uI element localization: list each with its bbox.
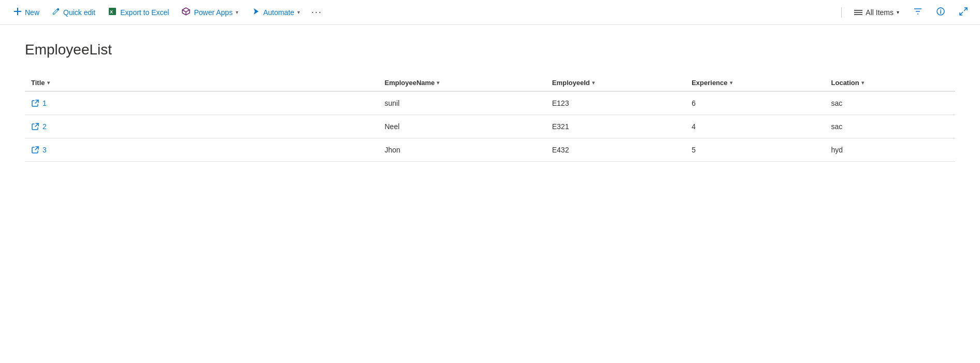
filter-button[interactable] bbox=[910, 4, 926, 21]
info-button[interactable] bbox=[932, 4, 949, 21]
cell-location: hyd bbox=[825, 138, 955, 162]
export-excel-label: Export to Excel bbox=[120, 8, 169, 17]
title-chevron-icon: ▾ bbox=[47, 80, 50, 86]
col-header-employeeid-sortable[interactable]: EmployeeId ▾ bbox=[552, 79, 595, 87]
plus-icon bbox=[13, 7, 22, 17]
more-button[interactable]: ··· bbox=[307, 4, 326, 21]
pencil-icon bbox=[52, 7, 60, 17]
svg-text:X: X bbox=[110, 9, 113, 15]
power-apps-chevron-icon: ▾ bbox=[236, 9, 238, 15]
row-link-icon bbox=[31, 99, 39, 107]
toolbar: New Quick edit X Export to Excel bbox=[0, 0, 980, 25]
info-icon bbox=[936, 7, 945, 18]
cell-employeename: sunil bbox=[378, 91, 545, 115]
automate-chevron-icon: ▾ bbox=[297, 9, 300, 15]
toolbar-right: All Items ▾ bbox=[839, 4, 972, 21]
automate-label: Automate bbox=[263, 8, 294, 17]
cell-title[interactable]: 2 bbox=[25, 115, 378, 138]
new-label: New bbox=[25, 8, 39, 17]
cell-title-value: 1 bbox=[42, 99, 47, 107]
cell-title[interactable]: 1 bbox=[25, 91, 378, 115]
empid-chevron-icon: ▾ bbox=[592, 80, 595, 86]
cell-employeeid: E432 bbox=[546, 138, 685, 162]
page-title: EmployeeList bbox=[25, 41, 955, 58]
more-label: ··· bbox=[311, 7, 322, 18]
all-items-button[interactable]: All Items ▾ bbox=[850, 5, 903, 20]
filter-icon bbox=[913, 7, 923, 18]
all-items-chevron-icon: ▾ bbox=[897, 9, 899, 15]
col-header-experience-sortable[interactable]: Experience ▾ bbox=[691, 79, 732, 87]
row-link-icon bbox=[31, 146, 39, 154]
col-header-title-sortable[interactable]: Title ▾ bbox=[31, 79, 50, 87]
main-content: EmployeeList Title ▾ EmployeeName ▾ bbox=[0, 25, 980, 363]
col-header-experience: Experience ▾ bbox=[685, 75, 825, 91]
cell-employeeid: E123 bbox=[546, 91, 685, 115]
new-button[interactable]: New bbox=[8, 4, 45, 20]
col-header-employeename: EmployeeName ▾ bbox=[378, 75, 545, 91]
empname-chevron-icon: ▾ bbox=[437, 80, 439, 86]
col-header-employeeid: EmployeeId ▾ bbox=[546, 75, 685, 91]
table-row[interactable]: 3 JhonE4325hyd bbox=[25, 138, 955, 162]
cell-experience: 5 bbox=[685, 138, 825, 162]
employee-list-table: Title ▾ EmployeeName ▾ EmployeeId ▾ bbox=[25, 75, 955, 162]
cell-location: sac bbox=[825, 115, 955, 138]
expand-button[interactable] bbox=[955, 4, 972, 21]
cell-experience: 6 bbox=[685, 91, 825, 115]
export-excel-button[interactable]: X Export to Excel bbox=[103, 4, 174, 21]
cell-experience: 4 bbox=[685, 115, 825, 138]
quick-edit-button[interactable]: Quick edit bbox=[47, 4, 100, 20]
all-items-label: All Items bbox=[866, 8, 893, 17]
powerapps-icon bbox=[181, 7, 191, 18]
col-header-employeename-sortable[interactable]: EmployeeName ▾ bbox=[384, 79, 439, 87]
excel-icon: X bbox=[108, 7, 117, 18]
col-header-location: Location ▾ bbox=[825, 75, 955, 91]
power-apps-label: Power Apps bbox=[194, 8, 233, 17]
exp-chevron-icon: ▾ bbox=[730, 80, 732, 86]
loc-chevron-icon: ▾ bbox=[861, 80, 864, 86]
cell-employeeid: E321 bbox=[546, 115, 685, 138]
cell-title-value: 2 bbox=[42, 122, 47, 131]
table-header-row: Title ▾ EmployeeName ▾ EmployeeId ▾ bbox=[25, 75, 955, 91]
cell-employeename: Neel bbox=[378, 115, 545, 138]
table-row[interactable]: 1 sunilE1236sac bbox=[25, 91, 955, 115]
toolbar-left: New Quick edit X Export to Excel bbox=[8, 4, 837, 21]
toolbar-separator bbox=[841, 7, 842, 18]
cell-title[interactable]: 3 bbox=[25, 138, 378, 162]
cell-location: sac bbox=[825, 91, 955, 115]
expand-icon bbox=[959, 7, 968, 18]
power-apps-button[interactable]: Power Apps ▾ bbox=[176, 4, 243, 21]
quick-edit-label: Quick edit bbox=[63, 8, 95, 17]
table-row[interactable]: 2 NeelE3214sac bbox=[25, 115, 955, 138]
automate-button[interactable]: Automate ▾ bbox=[246, 4, 305, 21]
col-header-location-sortable[interactable]: Location ▾ bbox=[831, 79, 864, 87]
cell-employeename: Jhon bbox=[378, 138, 545, 162]
col-header-title: Title ▾ bbox=[25, 75, 378, 91]
lines-icon bbox=[854, 10, 862, 15]
cell-title-value: 3 bbox=[42, 146, 47, 154]
automate-icon bbox=[251, 7, 260, 18]
row-link-icon bbox=[31, 122, 39, 131]
